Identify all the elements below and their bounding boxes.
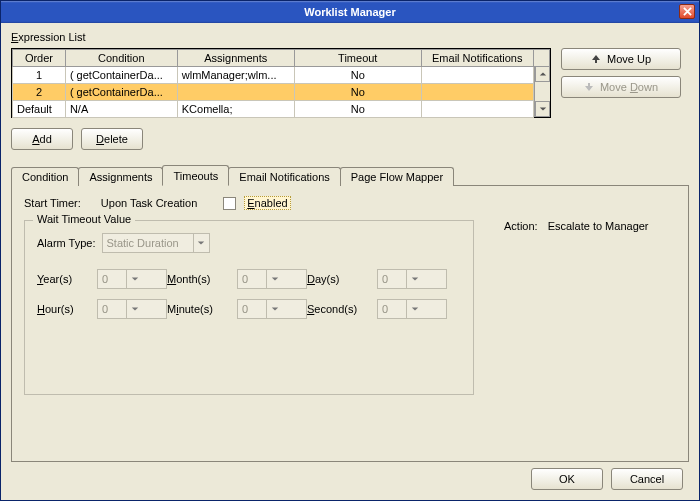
col-assignments[interactable]: Assignments — [177, 50, 294, 67]
enabled-checkbox[interactable] — [223, 197, 236, 210]
enabled-label: Enabled — [244, 196, 290, 210]
alarm-type-combo[interactable] — [102, 233, 210, 253]
scroll-down-button[interactable] — [535, 101, 550, 117]
table-row[interactable]: 2 ( getContainerDa... No — [13, 84, 550, 101]
chevron-down-icon — [266, 270, 282, 288]
add-button[interactable]: Add — [11, 128, 73, 150]
expression-list-label: Expression List — [11, 31, 689, 43]
chevron-down-icon — [126, 270, 142, 288]
alarm-type-value — [103, 237, 193, 249]
second-label: Second(s) — [307, 303, 377, 315]
table-row[interactable]: Default N/A KComella; No — [13, 101, 550, 118]
table-header-row: Order Condition Assignments Timeout Emai… — [13, 50, 550, 67]
month-combo[interactable] — [237, 269, 307, 289]
close-button[interactable] — [679, 4, 695, 19]
tab-email[interactable]: Email Notifications — [228, 167, 340, 186]
minute-label: Minute(s) — [167, 303, 237, 315]
group-title: Wait Timeout Value — [33, 213, 135, 225]
year-combo[interactable] — [97, 269, 167, 289]
col-condition[interactable]: Condition — [65, 50, 177, 67]
day-combo[interactable] — [377, 269, 447, 289]
chevron-down-icon — [406, 300, 422, 318]
chevron-down-icon — [539, 105, 547, 113]
tab-timeouts[interactable]: Timeouts — [162, 165, 229, 186]
alarm-type-label: Alarm Type: — [37, 237, 96, 249]
titlebar: Worklist Manager — [1, 1, 699, 23]
move-down-button[interactable]: Move Down — [561, 76, 681, 98]
start-timer-label: Start Timer: — [24, 197, 81, 209]
col-email[interactable]: Email Notifications — [421, 50, 533, 67]
day-label: Day(s) — [307, 273, 377, 285]
second-combo[interactable] — [377, 299, 447, 319]
chevron-down-icon — [193, 234, 209, 252]
close-icon — [683, 7, 692, 16]
tab-pageflow[interactable]: Page Flow Mapper — [340, 167, 454, 186]
chevron-up-icon — [539, 70, 547, 78]
hour-combo[interactable] — [97, 299, 167, 319]
scroll-up-button[interactable] — [535, 66, 550, 82]
chevron-down-icon — [126, 300, 142, 318]
move-up-button[interactable]: Move Up — [561, 48, 681, 70]
worklist-manager-dialog: Worklist Manager Expression List Order C… — [0, 0, 700, 501]
window-title: Worklist Manager — [304, 6, 396, 18]
table-scrollbar[interactable] — [534, 66, 550, 117]
table-row[interactable]: 1 ( getContainerDa... wlmManager;wlm... … — [13, 67, 550, 84]
tabstrip: Condition Assignments Timeouts Email Not… — [11, 164, 689, 185]
tab-panel-timeouts: Start Timer: Upon Task Creation Enabled … — [11, 185, 689, 462]
col-timeout[interactable]: Timeout — [294, 50, 421, 67]
tab-assignments[interactable]: Assignments — [78, 167, 163, 186]
wait-timeout-group: Wait Timeout Value Alarm Type: Year(s) — [24, 220, 474, 395]
col-order[interactable]: Order — [13, 50, 66, 67]
tab-condition[interactable]: Condition — [11, 167, 79, 186]
arrow-down-icon — [584, 82, 594, 92]
year-label: Year(s) — [37, 273, 97, 285]
month-label: Month(s) — [167, 273, 237, 285]
start-timer-value: Upon Task Creation — [101, 197, 197, 209]
action-value: Escalate to Manager — [548, 220, 649, 232]
ok-button[interactable]: OK — [531, 468, 603, 490]
col-scroll-spacer — [533, 50, 549, 67]
delete-button[interactable]: Delete — [81, 128, 143, 150]
chevron-down-icon — [406, 270, 422, 288]
chevron-down-icon — [266, 300, 282, 318]
action-label: Action: — [504, 220, 538, 232]
cancel-button[interactable]: Cancel — [611, 468, 683, 490]
hour-label: Hour(s) — [37, 303, 97, 315]
arrow-up-icon — [591, 54, 601, 64]
expression-table: Order Condition Assignments Timeout Emai… — [11, 48, 551, 118]
minute-combo[interactable] — [237, 299, 307, 319]
